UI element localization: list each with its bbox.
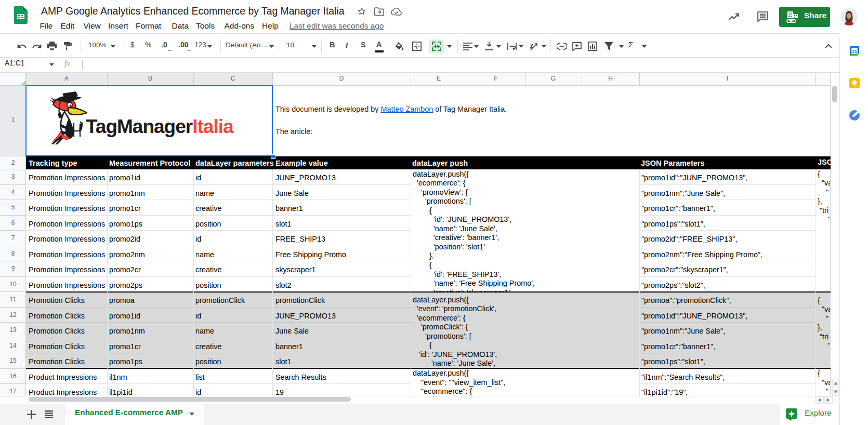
svg-text:31: 31 [852, 49, 857, 54]
